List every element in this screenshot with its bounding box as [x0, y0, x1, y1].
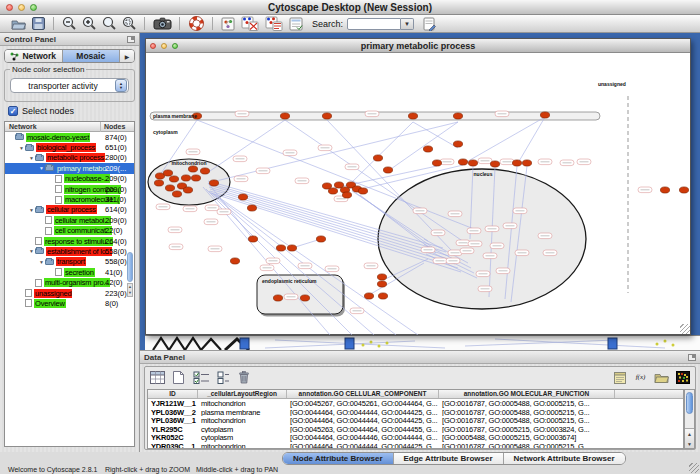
network-node[interactable]: [280, 113, 289, 119]
network-node[interactable]: [453, 113, 462, 119]
network-node[interactable]: [468, 160, 477, 166]
network-node[interactable]: [165, 185, 174, 191]
tree-row[interactable]: Overview8(0): [5, 298, 134, 308]
network-node[interactable]: [287, 245, 296, 251]
network-edge[interactable]: [197, 120, 474, 229]
tree-row[interactable]: secretion41(0): [5, 267, 134, 277]
network-node[interactable]: [432, 160, 441, 166]
function-builder-button[interactable]: f(x): [632, 369, 649, 385]
network-node[interactable]: [408, 113, 417, 119]
network-node[interactable]: [163, 170, 172, 176]
table-cell[interactable]: [GO:0044464, GO:0044444, GO:0044425, G..…: [287, 442, 439, 450]
table-cell[interactable]: YJR121W__1: [148, 399, 198, 408]
tab-overflow-arrow[interactable]: ▶: [120, 50, 134, 62]
table-row[interactable]: YKR052Ccytoplasm[GO:0044464, GO:0044446,…: [148, 433, 683, 442]
tab-network[interactable]: Network: [5, 50, 63, 62]
node-color-dropdown[interactable]: transporter activity ▲▼: [10, 78, 129, 93]
column-divider[interactable]: [100, 122, 101, 132]
expander-icon[interactable]: ▼: [28, 248, 35, 254]
network-node[interactable]: [188, 166, 197, 172]
table-cell[interactable]: [GO:0016787, GO:0005215, GO:0003824, G..…: [439, 425, 615, 434]
network-form-button[interactable]: [286, 15, 306, 32]
table-scrollbar-thumb[interactable]: [686, 392, 693, 414]
table-cell[interactable]: [GO:0016787, GO:0005488, GO:0005215, G..…: [439, 408, 615, 417]
network-node[interactable]: [342, 192, 351, 198]
heatmap-button[interactable]: [674, 369, 691, 385]
table-cell[interactable]: YDR039C__1: [148, 442, 198, 450]
window-resize-grip[interactable]: [680, 324, 690, 334]
tree-row[interactable]: cellular metabol...209(0): [5, 215, 134, 225]
network-node[interactable]: [172, 191, 181, 197]
table-cell[interactable]: [GO:0044464, GO:0044444, GO:0044425, G..…: [287, 416, 439, 425]
network-node[interactable]: [247, 205, 256, 211]
expander-icon[interactable]: ▼: [18, 145, 25, 151]
open-button[interactable]: [8, 15, 28, 32]
background-window-sliver[interactable]: [145, 335, 700, 350]
network-node[interactable]: [512, 160, 521, 166]
expander-icon[interactable]: ▼: [38, 165, 45, 171]
snapshot-button[interactable]: [150, 15, 174, 32]
network-view-window[interactable]: primary metabolic process plasma membran…: [145, 38, 691, 335]
search-dropdown-arrow[interactable]: ▼: [401, 18, 414, 30]
zoom-selected-button[interactable]: [119, 15, 139, 32]
network-node[interactable]: [490, 161, 499, 167]
help-button[interactable]: [185, 15, 207, 32]
network-window-titlebar[interactable]: primary metabolic process: [146, 39, 690, 53]
network-node[interactable]: [191, 175, 200, 181]
tree-row[interactable]: nitrogen compo...209(0): [5, 184, 134, 194]
attribute-table-button[interactable]: [149, 369, 166, 385]
table-cell[interactable]: YLR295C: [148, 425, 198, 434]
table-cell[interactable]: mitochondrion: [198, 399, 287, 408]
delete-attribute-button[interactable]: [235, 369, 252, 385]
window-resize-grip[interactable]: [689, 463, 699, 473]
table-cell[interactable]: [GO:0016787, GO:0005488, GO:0005215, G..…: [439, 442, 615, 450]
network-node[interactable]: [458, 159, 467, 165]
table-cell[interactable]: [GO:0005488, GO:0005215, GO:0003674]: [439, 433, 615, 442]
network-node[interactable]: [181, 175, 190, 181]
network-node[interactable]: [154, 180, 163, 186]
tree-row[interactable]: ▼cellular process614(0): [5, 205, 134, 215]
tree-row[interactable]: ▼metabolic process280(0): [5, 153, 134, 163]
network-node[interactable]: [328, 188, 337, 194]
network-edge[interactable]: [207, 120, 285, 173]
new-attribute-button[interactable]: [170, 369, 187, 385]
save-button[interactable]: [28, 15, 48, 32]
attribute-browser-tab[interactable]: Node Attribute Browser: [283, 453, 394, 464]
network-canvas[interactable]: plasma membranecytoplasmmitochondrionnuc…: [146, 53, 690, 335]
network-node[interactable]: [522, 160, 531, 166]
table-row[interactable]: YPL036W__2plasma membrane[GO:0044464, GO…: [148, 408, 683, 417]
network-node[interactable]: [230, 258, 239, 264]
attribute-table[interactable]: ID_cellularLayoutRegionannotation.GO CEL…: [147, 389, 684, 449]
tree-scrollbar-buttons[interactable]: ▲▼: [127, 283, 133, 297]
network-node[interactable]: [276, 245, 285, 251]
table-cell[interactable]: [GO:0044464, GO:0044444, GO:0044425, G..…: [287, 408, 439, 417]
zoom-fit-button[interactable]: [99, 15, 119, 32]
tab-mosaic[interactable]: Mosaic: [63, 50, 121, 62]
attribute-browser-tab[interactable]: Edge Attribute Browser: [394, 453, 504, 464]
table-row[interactable]: YJR121W__1mitochondrion[GO:0045267, GO:0…: [148, 399, 683, 408]
search-options-button[interactable]: [419, 15, 439, 32]
zoom-out-button[interactable]: [59, 15, 79, 32]
table-scrollbar[interactable]: ▲▼: [684, 389, 695, 449]
tree-row[interactable]: response to stimulu...264(0): [5, 236, 134, 246]
network-node[interactable]: [378, 293, 387, 299]
network-node[interactable]: [453, 141, 462, 147]
search-input[interactable]: [347, 18, 401, 30]
tree-row[interactable]: ▼establishment of lo...558(0): [5, 246, 134, 256]
network-node[interactable]: [377, 274, 386, 280]
attribute-editor-button[interactable]: [611, 369, 628, 385]
tree-scrollbar-thumb[interactable]: [127, 252, 133, 282]
tree-row[interactable]: ▼transport558(0): [5, 257, 134, 267]
import-attributes-button[interactable]: [653, 369, 670, 385]
tree-row[interactable]: nucleobase-...209(0): [5, 174, 134, 184]
network-node[interactable]: [209, 180, 218, 186]
select-nodes-checkbox[interactable]: ✓: [8, 106, 18, 116]
table-cell[interactable]: [GO:0016787, GO:0005488, GO:0005215, G..…: [439, 399, 615, 408]
network-node[interactable]: [248, 236, 257, 242]
tree-row[interactable]: ▼biological_process651(0): [5, 142, 134, 152]
network-node[interactable]: [679, 187, 688, 193]
table-cell[interactable]: cytoplasm: [198, 425, 287, 434]
table-column-header[interactable]: ID: [148, 390, 198, 398]
network-node[interactable]: [364, 293, 373, 299]
table-cell[interactable]: [GO:0044464, GO:0044446, GO:0044444, G..…: [287, 433, 439, 442]
